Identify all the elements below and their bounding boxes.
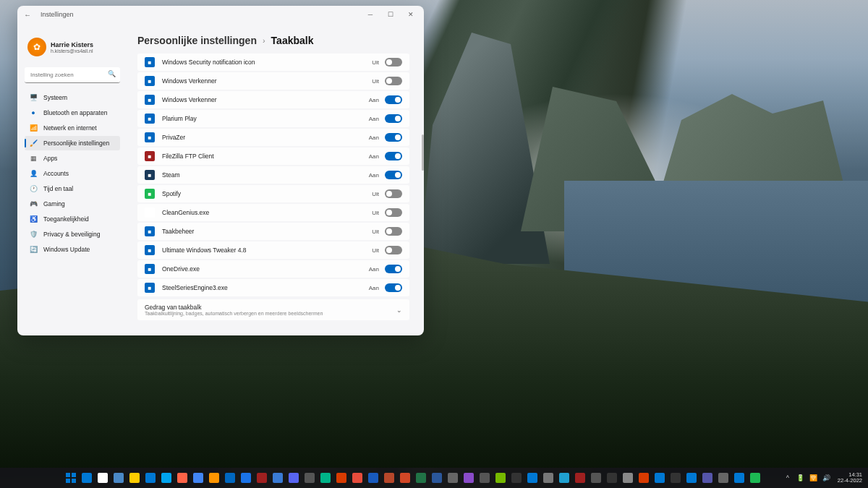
- tray-battery-icon[interactable]: 🔋: [796, 473, 806, 483]
- sidebar-item-1[interactable]: ●Bluetooth en apparaten: [25, 106, 120, 120]
- nav-icon: 👤: [29, 169, 38, 178]
- maximize-button[interactable]: ☐: [380, 7, 401, 22]
- toggle-switch[interactable]: [385, 227, 402, 236]
- sidebar-item-4[interactable]: ▦Apps: [25, 151, 120, 166]
- taskbar-app-4[interactable]: [143, 471, 158, 485]
- sidebar-item-0[interactable]: 🖥️Systeem: [25, 90, 120, 105]
- sidebar-item-8[interactable]: ♿Toegankelijkheid: [25, 212, 120, 226]
- taskbar-app-23[interactable]: [446, 471, 460, 485]
- toggle-switch[interactable]: [385, 133, 402, 142]
- taskbar-app-37[interactable]: [668, 471, 683, 485]
- taskbar-app-1[interactable]: [95, 471, 110, 485]
- taskbar-app-7[interactable]: [191, 471, 205, 485]
- close-button[interactable]: ✕: [401, 7, 421, 22]
- sidebar-item-5[interactable]: 👤Accounts: [25, 166, 120, 181]
- sidebar-item-2[interactable]: 📶Netwerk en internet: [25, 121, 120, 135]
- nav-icon: ♿: [29, 215, 38, 223]
- tray-chevron-icon[interactable]: ^: [783, 473, 793, 483]
- settings-window: ← Instellingen ─ ☐ ✕ ✿ Harrie Kisters h.…: [17, 6, 424, 335]
- taskbar-app-14[interactable]: [302, 471, 317, 485]
- taskbar-app-38[interactable]: [684, 471, 699, 485]
- taskbar-app-30[interactable]: [557, 471, 571, 485]
- taskbar-app-18[interactable]: [366, 471, 380, 485]
- toggle-state-label: Uit: [372, 247, 379, 254]
- taskbar-app-2[interactable]: [111, 471, 126, 485]
- taskbar-app-28[interactable]: [525, 471, 540, 485]
- taskbar-app-33[interactable]: [605, 471, 619, 485]
- sidebar-item-7[interactable]: 🎮Gaming: [25, 197, 120, 211]
- profile-section[interactable]: ✿ Harrie Kisters h.kisters@xs4all.nl: [25, 29, 120, 67]
- taskbar-app-20[interactable]: [398, 471, 412, 485]
- back-button[interactable]: ←: [20, 7, 35, 22]
- scrollbar-thumb[interactable]: [422, 134, 424, 171]
- toggle-switch[interactable]: [385, 246, 402, 254]
- taskbar: ^ 🔋 🛜 🔊 14:31 22-4-2022: [0, 468, 868, 488]
- taskbar-app-21[interactable]: [414, 471, 428, 485]
- toggle-state-label: Uit: [372, 59, 379, 66]
- toggle-state-label: Aan: [369, 285, 379, 291]
- sidebar-item-10[interactable]: 🔄Windows Update: [25, 242, 120, 257]
- taskbar-app-42[interactable]: [748, 471, 762, 485]
- taskbar-app-25[interactable]: [477, 471, 492, 485]
- taskbar-app-35[interactable]: [637, 471, 651, 485]
- minimize-button[interactable]: ─: [360, 7, 380, 22]
- taskbar-app-9[interactable]: [223, 471, 237, 485]
- toggle-state-label: Aan: [369, 116, 379, 122]
- toggle-switch[interactable]: [385, 77, 402, 85]
- taskbar-app-13[interactable]: [286, 471, 301, 485]
- setting-row: ■FileZilla FTP ClientAan: [137, 147, 409, 165]
- breadcrumb-parent[interactable]: Persoonlijke instellingen: [137, 35, 257, 46]
- toggle-switch[interactable]: [385, 283, 402, 292]
- toggle-switch[interactable]: [385, 58, 402, 67]
- chevron-right-icon: ›: [263, 36, 265, 45]
- taskbar-app-12[interactable]: [271, 471, 285, 485]
- toggle-state-label: Aan: [369, 97, 379, 103]
- taskbar-app-5[interactable]: [159, 471, 174, 485]
- behavior-expander[interactable]: Gedrag van taakbalkTaakbalkuitlijning, b…: [137, 299, 409, 320]
- taskbar-app-26[interactable]: [493, 471, 508, 485]
- toggle-switch[interactable]: [385, 114, 402, 123]
- profile-email: h.kisters@xs4all.nl: [51, 48, 93, 53]
- taskbar-app-0[interactable]: [80, 471, 94, 485]
- start-button[interactable]: [64, 471, 78, 485]
- toggle-switch[interactable]: [385, 208, 402, 217]
- tray-wifi-icon[interactable]: 🛜: [809, 473, 819, 483]
- taskbar-app-31[interactable]: [573, 471, 587, 485]
- taskbar-app-34[interactable]: [621, 471, 635, 485]
- taskbar-app-15[interactable]: [318, 471, 333, 485]
- taskbar-app-17[interactable]: [350, 471, 365, 485]
- app-name: Windows Security notification icon: [162, 59, 372, 66]
- main-content: Persoonlijke instellingen › Taakbalk ■Wi…: [126, 23, 424, 335]
- taskbar-app-8[interactable]: [207, 471, 221, 485]
- toggle-switch[interactable]: [385, 265, 402, 273]
- setting-row: ■SpotifyUit: [137, 185, 409, 202]
- tray-volume-icon[interactable]: 🔊: [822, 473, 832, 483]
- taskbar-app-36[interactable]: [652, 471, 667, 485]
- taskbar-app-24[interactable]: [461, 471, 476, 485]
- search-input[interactable]: [25, 67, 120, 83]
- nav-label: Windows Update: [43, 246, 90, 253]
- taskbar-app-10[interactable]: [239, 471, 253, 485]
- taskbar-app-3[interactable]: [127, 471, 142, 485]
- sidebar-item-3[interactable]: 🖌️Persoonlijke instellingen: [25, 136, 120, 150]
- taskbar-app-27[interactable]: [509, 471, 524, 485]
- taskbar-app-32[interactable]: [589, 471, 603, 485]
- taskbar-app-29[interactable]: [541, 471, 556, 485]
- taskbar-app-19[interactable]: [382, 471, 396, 485]
- sidebar-item-6[interactable]: 🕐Tijd en taal: [25, 181, 120, 196]
- toggle-switch[interactable]: [385, 152, 402, 160]
- sidebar-item-9[interactable]: 🛡️Privacy & beveiliging: [25, 227, 120, 241]
- taskbar-app-22[interactable]: [430, 471, 444, 485]
- taskbar-clock[interactable]: 14:31 22-4-2022: [835, 472, 862, 484]
- taskbar-app-6[interactable]: [175, 471, 190, 485]
- taskbar-app-41[interactable]: [732, 471, 746, 485]
- taskbar-app-11[interactable]: [255, 471, 269, 485]
- toggle-switch[interactable]: [385, 171, 402, 179]
- setting-row: ■OneDrive.exeAan: [137, 260, 409, 278]
- taskbar-app-40[interactable]: [716, 471, 731, 485]
- taskbar-app-39[interactable]: [700, 471, 715, 485]
- toggle-switch[interactable]: [385, 189, 402, 198]
- toggle-switch[interactable]: [385, 95, 402, 104]
- taskbar-app-16[interactable]: [334, 471, 349, 485]
- settings-list: ■Windows Security notification iconUit■W…: [137, 53, 412, 335]
